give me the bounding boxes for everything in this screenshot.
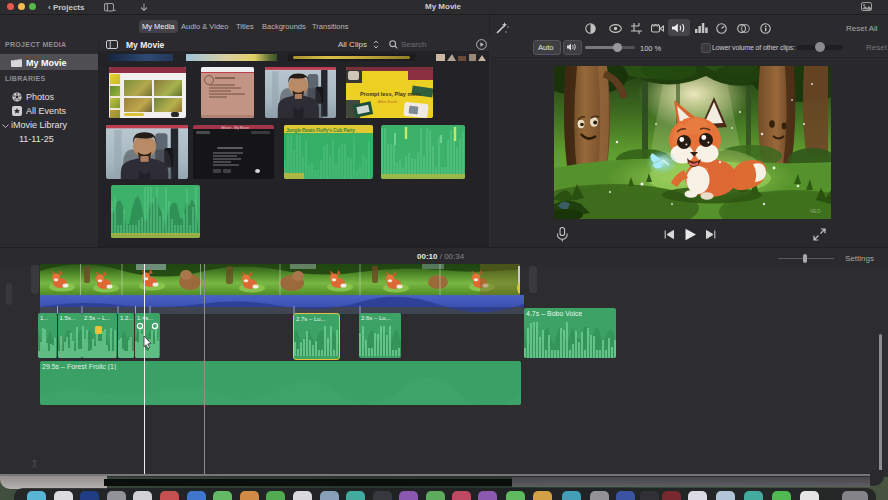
- svg-text:VEO: VEO: [810, 208, 821, 214]
